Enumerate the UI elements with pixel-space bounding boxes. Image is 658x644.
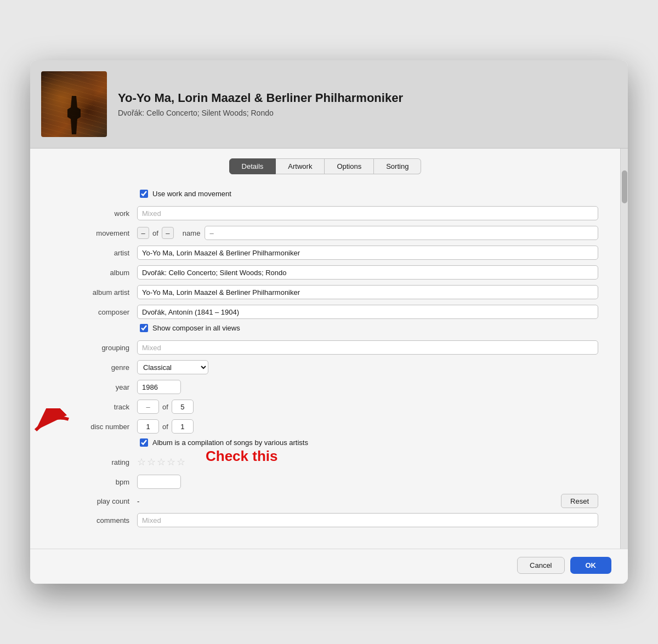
movement-name-input[interactable] bbox=[205, 226, 598, 240]
dialog-content: Details Artwork Options Sorting Use work… bbox=[30, 149, 620, 549]
cancel-button[interactable]: Cancel bbox=[517, 557, 564, 574]
compilation-label[interactable]: Album is a compilation of songs by vario… bbox=[152, 438, 308, 447]
work-row: work bbox=[52, 206, 598, 221]
scrollbar-track[interactable] bbox=[620, 149, 628, 549]
tab-artwork[interactable]: Artwork bbox=[276, 158, 325, 174]
album-row: album bbox=[52, 265, 598, 280]
track-row: track of bbox=[52, 399, 598, 414]
year-label: year bbox=[52, 383, 137, 391]
movement-label: movement bbox=[52, 229, 137, 237]
use-work-movement-label[interactable]: Use work and movement bbox=[152, 190, 231, 198]
composer-label: composer bbox=[52, 308, 137, 316]
reset-button[interactable]: Reset bbox=[561, 494, 598, 508]
playcount-left: play count - bbox=[52, 497, 139, 505]
rating-row: rating ☆ ☆ ☆ ☆ ☆ Check this bbox=[52, 454, 598, 470]
movement-num-decrement[interactable]: – bbox=[137, 227, 149, 239]
artist-input[interactable] bbox=[137, 246, 598, 260]
playcount-label: play count bbox=[52, 497, 137, 505]
track-of-text: of bbox=[162, 403, 168, 411]
album-artist-label: album artist bbox=[52, 288, 137, 297]
bpm-row: bpm bbox=[52, 474, 598, 489]
star-3[interactable]: ☆ bbox=[157, 456, 166, 468]
composer-input[interactable] bbox=[137, 305, 598, 319]
grouping-label: grouping bbox=[52, 344, 137, 352]
movement-of-text: of bbox=[152, 229, 158, 237]
work-input[interactable] bbox=[137, 206, 598, 220]
show-composer-row: Show composer in all views bbox=[52, 324, 598, 332]
album-art bbox=[41, 71, 107, 137]
album-input[interactable] bbox=[137, 265, 598, 280]
composer-row: composer bbox=[52, 304, 598, 320]
disc-total-input[interactable] bbox=[172, 419, 194, 434]
tab-details[interactable]: Details bbox=[229, 158, 276, 174]
scrollbar-thumb[interactable] bbox=[622, 170, 627, 203]
star-1[interactable]: ☆ bbox=[137, 456, 146, 468]
show-composer-checkbox[interactable] bbox=[140, 324, 148, 332]
grouping-input[interactable] bbox=[137, 340, 598, 355]
bpm-label: bpm bbox=[52, 478, 137, 486]
tabs-bar: Details Artwork Options Sorting bbox=[30, 149, 620, 184]
album-artist-input[interactable] bbox=[137, 285, 598, 299]
genre-row: genre Classical Jazz Rock Pop Country El… bbox=[52, 360, 598, 375]
work-label: work bbox=[52, 209, 137, 218]
tab-sorting[interactable]: Sorting bbox=[374, 158, 421, 174]
dialog-window: Yo-Yo Ma, Lorin Maazel & Berliner Philha… bbox=[30, 60, 628, 584]
grouping-row: grouping bbox=[52, 340, 598, 355]
rating-label: rating bbox=[52, 458, 137, 466]
track-label: track bbox=[52, 403, 137, 411]
use-work-movement-row: Use work and movement bbox=[52, 190, 598, 198]
star-2[interactable]: ☆ bbox=[147, 456, 156, 468]
form-area: Use work and movement work movement – of… bbox=[30, 184, 620, 538]
artist-label: artist bbox=[52, 249, 137, 257]
comments-row: comments bbox=[52, 512, 598, 528]
star-4[interactable]: ☆ bbox=[167, 456, 175, 468]
header-title: Yo-Yo Ma, Lorin Maazel & Berliner Philha… bbox=[118, 91, 617, 105]
star-5[interactable]: ☆ bbox=[177, 456, 185, 468]
playcount-value: - bbox=[137, 497, 139, 505]
bpm-input[interactable] bbox=[137, 475, 181, 489]
disc-of-text: of bbox=[162, 423, 168, 431]
disc-row: disc number of bbox=[52, 419, 598, 434]
genre-label: genre bbox=[52, 363, 137, 372]
header-info: Yo-Yo Ma, Lorin Maazel & Berliner Philha… bbox=[118, 91, 617, 117]
compilation-row: Album is a compilation of songs by vario… bbox=[52, 438, 598, 447]
ok-button[interactable]: OK bbox=[570, 557, 612, 574]
check-this-annotation: Check this bbox=[206, 448, 278, 465]
playcount-row: play count - Reset bbox=[52, 494, 598, 508]
dialog-footer: Cancel OK bbox=[30, 549, 628, 584]
track-total-input[interactable] bbox=[172, 400, 194, 414]
tab-options[interactable]: Options bbox=[325, 158, 374, 174]
disc-label: disc number bbox=[52, 423, 137, 431]
movement-total-decrement[interactable]: – bbox=[162, 227, 174, 239]
year-input[interactable] bbox=[137, 380, 181, 394]
header-subtitle: Dvořák: Cello Concerto; Silent Woods; Ro… bbox=[118, 109, 617, 117]
comments-input[interactable] bbox=[137, 513, 598, 527]
dialog-body: Details Artwork Options Sorting Use work… bbox=[30, 149, 628, 549]
show-composer-label[interactable]: Show composer in all views bbox=[152, 324, 240, 332]
album-artist-row: album artist bbox=[52, 284, 598, 300]
album-label: album bbox=[52, 269, 137, 277]
movement-row: movement – of – name bbox=[52, 225, 598, 241]
year-row: year bbox=[52, 379, 598, 395]
compilation-checkbox[interactable] bbox=[140, 438, 148, 447]
movement-name-static-label: name bbox=[183, 229, 201, 237]
genre-select[interactable]: Classical Jazz Rock Pop Country Electron… bbox=[137, 360, 208, 374]
disc-num-input[interactable] bbox=[137, 419, 159, 434]
use-work-movement-checkbox[interactable] bbox=[140, 190, 148, 198]
comments-label: comments bbox=[52, 516, 137, 525]
track-num-input[interactable] bbox=[137, 400, 159, 414]
artist-row: artist bbox=[52, 245, 598, 260]
dialog-header: Yo-Yo Ma, Lorin Maazel & Berliner Philha… bbox=[30, 60, 628, 149]
